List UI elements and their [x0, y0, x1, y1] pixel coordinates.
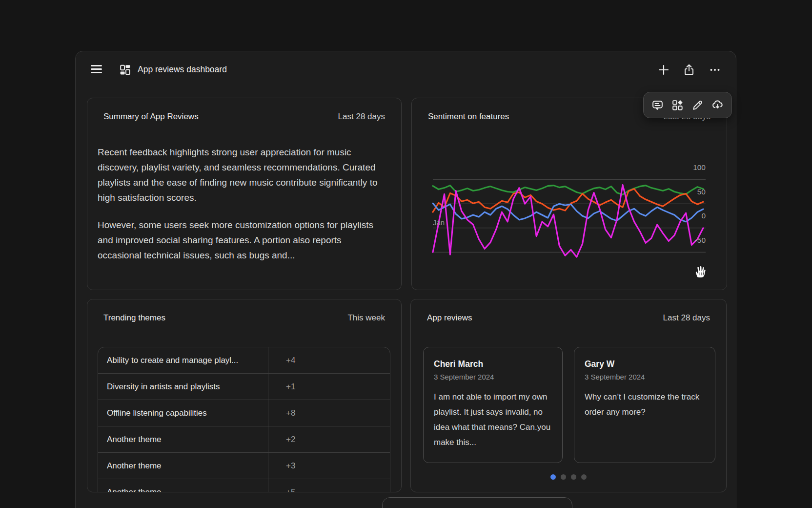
svg-text:Jan: Jan — [433, 218, 445, 227]
table-row[interactable]: Another theme +5 — [98, 479, 390, 492]
more-options-button[interactable] — [709, 64, 721, 76]
page-dot[interactable] — [561, 474, 566, 480]
table-row[interactable]: Diversity in artists and playlists +1 — [98, 374, 390, 400]
svg-text:-50: -50 — [695, 236, 706, 244]
desktop-background: App reviews dashboard Summary of App Rev… — [0, 0, 812, 508]
review-date: 3 September 2024 — [585, 373, 705, 381]
table-row[interactable]: Another theme +3 — [98, 453, 390, 479]
reviewer-name: Gary W — [585, 359, 705, 369]
ai-prompt-card[interactable]: ✦ Start with AI on a new dashboard — [382, 497, 572, 508]
table-row[interactable]: Ability to create and manage playl... +4 — [98, 347, 390, 374]
table-row[interactable]: Offline listening capabilities +8 — [98, 400, 390, 426]
svg-text:0: 0 — [701, 212, 706, 220]
theme-cell: Another theme — [98, 426, 268, 452]
theme-cell: Another theme — [98, 453, 268, 479]
page-dot[interactable] — [581, 474, 587, 480]
trending-themes-card[interactable]: Trending themes This week Ability to cre… — [87, 299, 402, 492]
svg-text:50: 50 — [697, 188, 706, 196]
svg-text:100: 100 — [693, 163, 706, 171]
summary-paragraph: However, some users seek more customizat… — [98, 217, 387, 263]
page-dot[interactable] — [550, 474, 556, 480]
edit-button[interactable] — [690, 98, 705, 112]
review-card[interactable]: Gary W 3 September 2024 Why can’t I cust… — [574, 347, 715, 463]
add-button[interactable] — [657, 64, 670, 76]
delta-cell: +1 — [268, 374, 390, 400]
add-widget-button[interactable] — [670, 98, 685, 112]
app-reviews-card[interactable]: App reviews Last 28 days Cheri March 3 S… — [410, 299, 727, 492]
summary-card-title: Summary of App Reviews — [103, 112, 199, 122]
review-card[interactable]: Cheri March 3 September 2024 I am not ab… — [423, 347, 563, 463]
share-button[interactable] — [683, 64, 695, 76]
delta-cell: +2 — [268, 426, 390, 452]
review-date: 3 September 2024 — [434, 373, 552, 381]
widget-toolbar — [643, 92, 732, 118]
summary-paragraph: Recent feedback highlights strong user a… — [98, 145, 387, 205]
theme-cell: Ability to create and manage playl... — [98, 347, 268, 373]
trending-card-title: Trending themes — [103, 313, 165, 323]
hamburger-menu-icon[interactable] — [91, 65, 102, 73]
page-dot[interactable] — [571, 474, 576, 480]
summary-text: Recent feedback highlights strong user a… — [98, 145, 387, 275]
dashboard-icon — [119, 64, 131, 78]
delta-cell: +4 — [268, 347, 390, 373]
themes-table: Ability to create and manage playl... +4… — [98, 347, 390, 492]
summary-card[interactable]: Summary of App Reviews Last 28 days Rece… — [87, 98, 402, 290]
page-title: App reviews dashboard — [138, 64, 227, 75]
review-text: Why can’t I customize the track order an… — [585, 389, 705, 420]
pagination-dots — [411, 474, 726, 480]
theme-cell: Another theme — [98, 479, 268, 492]
trending-card-period: This week — [347, 313, 385, 323]
delta-cell: +5 — [268, 479, 390, 492]
delta-cell: +8 — [268, 400, 390, 426]
summary-card-period: Last 28 days — [338, 112, 385, 122]
sentiment-card[interactable]: Sentiment on features Last 28 days Jan10… — [411, 98, 727, 290]
review-text: I am not able to import my own playlist.… — [434, 389, 552, 450]
reviews-card-period: Last 28 days — [663, 313, 710, 323]
table-row[interactable]: Another theme +2 — [98, 426, 390, 453]
comment-button[interactable] — [650, 98, 665, 112]
reviewer-name: Cheri March — [434, 359, 552, 369]
theme-cell: Offline listening capabilities — [98, 400, 268, 426]
delta-cell: +3 — [268, 453, 390, 479]
download-button[interactable] — [710, 98, 725, 112]
reviews-card-title: App reviews — [427, 313, 472, 323]
sentiment-line-chart: Jan100500-50 — [412, 98, 727, 290]
theme-cell: Diversity in artists and playlists — [98, 374, 268, 400]
